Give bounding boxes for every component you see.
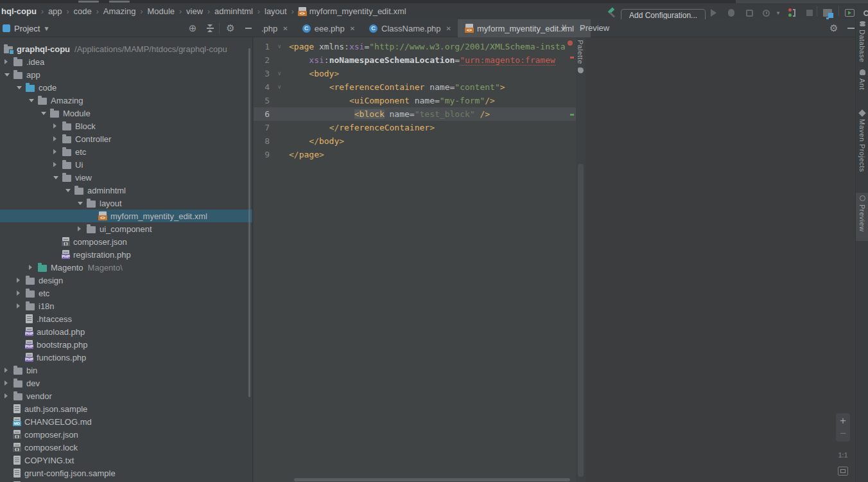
breadcrumb-item[interactable]: adminhtml (214, 6, 253, 16)
code-line-8[interactable]: 8 </body> (254, 134, 576, 148)
tree-expanded-arrow-icon[interactable] (77, 202, 87, 205)
code-line-5[interactable]: 5 <uiComponent name="my-form"/> (254, 94, 576, 107)
tree-item-composer-json[interactable]: { }composer.json (0, 235, 252, 248)
search-icon[interactable] (860, 8, 868, 18)
line-number[interactable]: 8 (254, 134, 289, 148)
tree-item-auth-json-sample[interactable]: auth.json.sample (0, 402, 252, 415)
breadcrumb-item[interactable]: view (186, 6, 203, 16)
tool-button-database[interactable]: Database (856, 21, 868, 62)
tree-item-gruntfile-js-sample[interactable]: Gruntfile.js.sample (0, 479, 252, 482)
tree-collapsed-arrow-icon[interactable] (53, 162, 62, 167)
tree-item-controller[interactable]: Controller (0, 132, 252, 145)
code-line-7[interactable]: 7 </referenceContainer> (254, 121, 576, 134)
tree-collapsed-arrow-icon[interactable] (28, 265, 38, 270)
palette-tool-button[interactable]: Palette (577, 40, 584, 73)
tool-button-maven-projects[interactable]: Maven Projects (856, 111, 868, 172)
preview-scrollbar[interactable] (578, 164, 584, 477)
tree-item-dev[interactable]: dev (0, 377, 252, 389)
tree-item-etc[interactable]: etc (0, 145, 252, 158)
line-number[interactable]: 7 (254, 121, 289, 134)
tree-item--htaccess[interactable]: .htaccess (0, 312, 252, 325)
tree-item-adminhtml[interactable]: adminhtml (0, 184, 252, 197)
fold-marker-icon[interactable]: ∨ (278, 67, 281, 80)
tool-button-preview[interactable]: Preview (856, 193, 868, 241)
breadcrumb-item[interactable]: layout (265, 6, 287, 16)
tree-expanded-arrow-icon[interactable] (40, 112, 50, 115)
code-editor[interactable]: 1∨<page xmlns:xsi="http://www.w3.org/200… (254, 37, 576, 482)
code-line-9[interactable]: 9</page> (254, 148, 576, 161)
preview-settings-gear-icon[interactable]: ⚙ (829, 22, 838, 34)
editor-tab[interactable]: Ceee.php✕ (295, 19, 361, 37)
tree-collapsed-arrow-icon[interactable] (4, 393, 13, 398)
breadcrumb-item[interactable]: Module (147, 6, 175, 16)
panel-settings-gear-icon[interactable]: ⚙ (225, 19, 236, 37)
collapse-all-icon[interactable] (204, 19, 216, 37)
error-stripe-mark[interactable] (570, 57, 574, 58)
breadcrumb-item[interactable]: hql-copu (1, 6, 37, 16)
code-line-6[interactable]: 6 <block name="test_block" /> (254, 107, 576, 121)
preview-hide-icon[interactable] (847, 28, 855, 29)
line-number[interactable]: 4∨ (254, 80, 289, 94)
fold-marker-icon[interactable]: ∨ (278, 80, 281, 94)
change-stripe-mark[interactable] (570, 114, 574, 116)
tree-expanded-arrow-icon[interactable] (4, 73, 13, 76)
project-tree-scrollbar[interactable] (248, 48, 250, 397)
locate-file-icon[interactable]: ⊕ (187, 19, 198, 37)
line-number[interactable]: 6 (254, 107, 289, 121)
run-icon[interactable] (707, 8, 719, 18)
tree-item-grunt-config-json-sample[interactable]: grunt-config.json.sample (0, 467, 252, 479)
tree-item-registration-php[interactable]: PHPregistration.php (0, 248, 252, 261)
debug-icon[interactable] (725, 8, 737, 18)
code-line-2[interactable]: 2 xsi:noNamespaceSchemaLocation="urn:mag… (254, 53, 576, 67)
zoom-actual-size-button[interactable]: 1:1 (838, 452, 847, 459)
project-structure-icon[interactable] (822, 8, 833, 18)
tree-item-module[interactable]: Module (0, 107, 252, 120)
close-tab-icon[interactable]: ✕ (446, 25, 451, 32)
tree-expanded-arrow-icon[interactable] (16, 86, 26, 89)
tree-item-i18n[interactable]: i18n (0, 299, 252, 312)
tree-item-etc[interactable]: etc (0, 287, 252, 299)
tree-item-functions-php[interactable]: PHPfunctions.php (0, 351, 252, 364)
tree-item-layout[interactable]: layout (0, 197, 252, 210)
code-line-4[interactable]: 4∨ <referenceContainer name="content"> (254, 80, 576, 94)
tree-item-autoload-php[interactable]: PHPautoload.php (0, 325, 252, 338)
run-console-icon[interactable] (844, 8, 855, 18)
dropdown-caret-icon[interactable]: ▾ (772, 8, 784, 18)
tree-collapsed-arrow-icon[interactable] (53, 149, 62, 154)
zoom-in-button[interactable]: + (840, 415, 846, 427)
tree-item-bootstrap-php[interactable]: PHPbootstrap.php (0, 338, 252, 351)
project-dropdown-caret-icon[interactable]: ▼ (43, 25, 49, 32)
code-line-1[interactable]: 1∨<page xmlns:xsi="http://www.w3.org/200… (254, 40, 576, 53)
line-number[interactable]: 3∨ (254, 67, 289, 80)
tree-item-app[interactable]: app (0, 68, 252, 81)
hidden-tabs-chevron-icon[interactable]: ∨ (561, 22, 568, 31)
tree-item-vendor[interactable]: vendor (0, 389, 252, 402)
close-tab-icon[interactable]: ✕ (350, 25, 355, 32)
line-number[interactable]: 2 (254, 53, 289, 67)
tree-item-view[interactable]: view (0, 171, 252, 184)
tree-item--idea[interactable]: .idea (0, 55, 252, 68)
hide-panel-icon[interactable] (243, 19, 254, 37)
breadcrumb-item[interactable]: code (74, 6, 92, 16)
hammer-icon[interactable] (606, 8, 618, 18)
tree-collapsed-arrow-icon[interactable] (4, 59, 13, 64)
tree-collapsed-arrow-icon[interactable] (53, 123, 62, 129)
tree-item-copying-txt[interactable]: COPYING.txt (0, 454, 252, 467)
tree-collapsed-arrow-icon[interactable] (16, 290, 26, 296)
coverage-icon[interactable] (743, 8, 755, 18)
tree-item-code[interactable]: code (0, 81, 252, 94)
breadcrumb-item[interactable]: myform_myentity_edit.xml (309, 6, 406, 16)
editor-horizontal-scrollbar[interactable] (294, 478, 570, 481)
tree-collapsed-arrow-icon[interactable] (77, 226, 87, 231)
editor-tab[interactable]: myform_myentity_edit.xml✕ (458, 19, 591, 37)
tree-item-changelog-md[interactable]: MDCHANGELOG.md (0, 415, 252, 428)
tree-item-composer-json[interactable]: { }composer.json (0, 428, 252, 441)
close-tab-icon[interactable]: ✕ (282, 25, 288, 32)
tree-item-amazing[interactable]: Amazing (0, 94, 252, 107)
tree-collapsed-arrow-icon[interactable] (4, 380, 13, 386)
tree-collapsed-arrow-icon[interactable] (4, 368, 13, 373)
breadcrumb-item[interactable]: Amazing (103, 6, 136, 16)
tree-expanded-arrow-icon[interactable] (65, 189, 74, 192)
tree-item-ui-component[interactable]: ui_component (0, 222, 252, 235)
add-configuration-button[interactable]: Add Configuration... (621, 9, 706, 19)
